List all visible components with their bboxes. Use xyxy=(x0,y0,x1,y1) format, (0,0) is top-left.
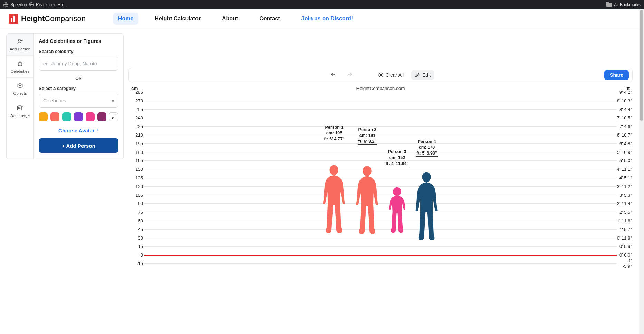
search-input[interactable] xyxy=(39,57,118,71)
silhouette-icon xyxy=(411,158,442,255)
panel-title: Add Celebrities or Figures xyxy=(39,38,118,44)
undo-icon xyxy=(330,72,336,78)
tick-cm: 105 xyxy=(131,192,143,197)
tick-ft: 0' 5.9" xyxy=(617,244,632,249)
bookmark-label: Realization Ha… xyxy=(36,2,67,7)
tick-ft: 7' 4.6" xyxy=(617,124,632,129)
tick-ft: 1' 11.6" xyxy=(617,218,632,223)
svg-point-0 xyxy=(18,39,20,41)
color-swatch[interactable] xyxy=(97,112,106,121)
bookmark-label: Speedup xyxy=(10,2,27,7)
gridline xyxy=(144,101,617,101)
tick-ft: 0' 11.8" xyxy=(617,235,632,240)
figures-row: Person 1cm: 195ft: 6' 4.77"Person 2cm: 1… xyxy=(319,143,442,255)
tick-ft: 8' 10.3" xyxy=(617,98,632,103)
tick-ft: 0' 0.0" xyxy=(617,252,632,258)
scrollbar-thumb[interactable] xyxy=(640,10,643,121)
tick-cm: 255 xyxy=(131,106,143,112)
tick-ft: 4' 5.1" xyxy=(617,175,632,180)
person-labels: Person 4cm: 170ft: 5' 6.93" xyxy=(406,139,448,157)
tick-ft: 1' 5.7" xyxy=(617,226,632,232)
choose-avatar-label: Choose Avatar xyxy=(58,128,95,133)
nav-contact[interactable]: Contact xyxy=(254,13,285,25)
tick-cm: 225 xyxy=(131,124,143,129)
nav-about[interactable]: About xyxy=(217,13,243,25)
silhouette-icon xyxy=(319,143,350,255)
color-swatch[interactable] xyxy=(86,112,95,121)
tick-ft: 8' 4.4" xyxy=(617,106,632,112)
or-divider: OR xyxy=(39,76,118,81)
logo-icon xyxy=(9,14,18,24)
rail-add-person[interactable]: Add Person xyxy=(7,34,33,56)
search-label: Search celebrity xyxy=(39,49,118,54)
tick-cm: 240 xyxy=(131,115,143,120)
site-logo[interactable]: HeightComparison xyxy=(9,14,86,24)
main-nav: Home Height Calculator About Contact Joi… xyxy=(113,13,358,25)
nav-height-calculator[interactable]: Height Calculator xyxy=(150,13,205,25)
person-figure[interactable]: Person 1cm: 195ft: 6' 4.77" xyxy=(319,143,350,255)
person-ft: ft: 6' 3.2" xyxy=(358,139,377,145)
tick-cm: 180 xyxy=(131,149,143,155)
edit-button[interactable]: Edit xyxy=(411,70,434,80)
chevron-down-icon: ˅ xyxy=(97,129,99,133)
tick-cm: 60 xyxy=(131,218,143,223)
gridline xyxy=(144,263,617,264)
rail-objects[interactable]: Objects xyxy=(7,78,33,100)
person-cm: cm: 191 xyxy=(347,133,388,139)
tick-cm: 135 xyxy=(131,175,143,180)
tick-ft: 5' 5.0" xyxy=(617,158,632,163)
person-figure[interactable]: Person 3cm: 152ft: 4' 11.84" xyxy=(385,168,409,255)
person-ft: ft: 6' 4.77" xyxy=(323,136,345,142)
color-swatch[interactable] xyxy=(62,112,71,121)
tick-cm: 15 xyxy=(131,244,143,249)
all-bookmarks[interactable]: All Bookmarks xyxy=(606,2,641,7)
all-bookmarks-label: All Bookmarks xyxy=(614,2,641,7)
cube-icon xyxy=(17,82,23,89)
bookmark-realization[interactable]: Realization Ha… xyxy=(29,2,67,7)
globe-icon xyxy=(29,2,34,7)
share-button[interactable]: Share xyxy=(604,70,629,80)
person-name: Person 4 xyxy=(406,139,448,145)
tick-ft: -1' -5.9" xyxy=(617,258,632,269)
pencil-icon xyxy=(415,72,420,78)
clear-all-button[interactable]: Clear All xyxy=(375,70,407,80)
rail-label: Objects xyxy=(13,91,27,95)
chart-watermark: HeightComparison.com xyxy=(356,86,405,91)
add-panel: Add Celebrities or Figures Search celebr… xyxy=(34,33,124,159)
logo-text: HeightComparison xyxy=(21,14,86,23)
nav-discord[interactable]: Join us on Discord! xyxy=(297,13,358,25)
clear-icon xyxy=(378,72,384,78)
tick-ft: 6' 10.7" xyxy=(617,132,632,138)
add-person-button[interactable]: + Add Person xyxy=(39,138,118,153)
color-swatch[interactable] xyxy=(50,112,59,121)
rail-label: Add Person xyxy=(10,47,30,51)
browser-bookmarks-bar: Speedup Realization Ha… All Bookmarks xyxy=(0,0,644,9)
rail-add-image[interactable]: Add Image xyxy=(7,100,33,122)
color-swatch[interactable] xyxy=(39,112,48,121)
person-figure[interactable]: Person 4cm: 170ft: 5' 6.93" xyxy=(411,158,442,255)
silhouette-icon xyxy=(385,168,409,255)
person-ft: ft: 5' 6.93" xyxy=(416,150,438,157)
nav-home[interactable]: Home xyxy=(113,13,138,25)
person-name: Person 2 xyxy=(347,127,388,133)
rail-celebrities[interactable]: Celebrities xyxy=(7,56,33,78)
gridline xyxy=(144,118,617,118)
color-swatch[interactable] xyxy=(74,112,83,121)
tick-ft: 2' 11.4" xyxy=(617,201,632,206)
scrollbar-track[interactable] xyxy=(639,9,644,334)
site-header: HeightComparison Home Height Calculator … xyxy=(0,9,639,28)
star-icon xyxy=(17,60,23,67)
bookmark-speedup[interactable]: Speedup xyxy=(3,2,27,7)
globe-icon xyxy=(3,2,8,7)
color-picker-button[interactable]: 🖊 xyxy=(109,112,118,121)
category-select[interactable]: Celebrities xyxy=(39,94,118,108)
tick-cm: 150 xyxy=(131,167,143,172)
rail-label: Add Image xyxy=(10,113,30,118)
choose-avatar-link[interactable]: Choose Avatar˅ xyxy=(39,128,118,133)
undo-button[interactable] xyxy=(327,70,339,80)
tick-cm: 195 xyxy=(131,141,143,146)
tick-ft: 6' 4.8" xyxy=(617,141,632,146)
rail-label: Celebrities xyxy=(11,69,29,73)
tick-ft: 9' 4.2" xyxy=(617,90,632,95)
tick-cm: 30 xyxy=(131,235,143,240)
